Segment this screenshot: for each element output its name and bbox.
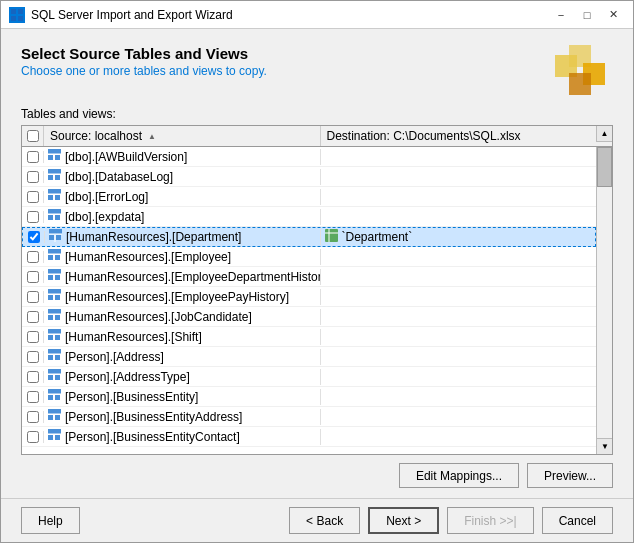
table-row[interactable]: [HumanResources].[EmployeeDepartmentHist… [22, 267, 596, 287]
main-window: SQL Server Import and Export Wizard − □ … [0, 0, 634, 543]
section-label: Tables and views: [21, 107, 613, 121]
vertical-scrollbar[interactable]: ▼ [596, 147, 612, 454]
row-source-cell: [HumanResources].[Department] [45, 229, 321, 245]
table-row[interactable]: [HumanResources].[Shift] [22, 327, 596, 347]
svg-rect-20 [55, 195, 60, 200]
svg-rect-7 [569, 73, 591, 95]
back-button[interactable]: < Back [289, 507, 360, 534]
svg-rect-53 [55, 315, 60, 320]
row-source-text: [HumanResources].[Employee] [65, 250, 231, 264]
table-icon [48, 249, 61, 265]
row-checkbox[interactable] [27, 191, 39, 203]
edit-mappings-button[interactable]: Edit Mappings... [399, 463, 519, 488]
row-source-text: [dbo].[AWBuildVersion] [65, 150, 187, 164]
svg-rect-77 [48, 415, 53, 420]
help-button[interactable]: Help [21, 507, 80, 534]
table-row[interactable]: [HumanResources].[Employee] [22, 247, 596, 267]
table-row[interactable]: [HumanResources].[Department] `Departmen… [22, 227, 596, 247]
row-check-cell [22, 171, 44, 183]
select-all-checkbox[interactable] [27, 130, 39, 142]
svg-rect-58 [55, 335, 60, 340]
cancel-button[interactable]: Cancel [542, 507, 613, 534]
svg-rect-28 [49, 229, 62, 234]
row-source-text: [HumanResources].[Department] [66, 230, 241, 244]
table-icon [48, 369, 61, 385]
maximize-button[interactable]: □ [575, 5, 599, 25]
row-source-cell: [Person].[Address] [44, 349, 321, 365]
table-row[interactable]: [dbo].[AWBuildVersion] [22, 147, 596, 167]
svg-rect-76 [48, 409, 61, 414]
table-header: Source: localhost ▲ Destination: C:\Docu… [22, 126, 612, 147]
row-checkbox[interactable] [28, 231, 40, 243]
row-checkbox[interactable] [27, 211, 39, 223]
svg-rect-57 [48, 335, 53, 340]
row-checkbox[interactable] [27, 271, 39, 283]
row-destination-cell: `Department` [321, 229, 596, 245]
row-source-cell: [HumanResources].[Employee] [44, 249, 321, 265]
svg-rect-0 [11, 9, 16, 14]
table-row[interactable]: [HumanResources].[EmployeePayHistory] [22, 287, 596, 307]
row-check-cell [22, 371, 44, 383]
svg-rect-37 [48, 255, 53, 260]
svg-rect-18 [48, 189, 61, 194]
row-check-cell [22, 191, 44, 203]
table-icon [48, 209, 61, 225]
window-title: SQL Server Import and Export Wizard [31, 8, 549, 22]
svg-rect-62 [48, 355, 53, 360]
svg-rect-52 [48, 315, 53, 320]
table-row[interactable]: [Person].[Address] [22, 347, 596, 367]
row-source-text: [HumanResources].[JobCandidate] [65, 310, 252, 324]
svg-rect-24 [48, 215, 53, 220]
row-checkbox[interactable] [27, 291, 39, 303]
svg-rect-83 [55, 435, 60, 440]
row-checkbox[interactable] [27, 431, 39, 443]
table-row[interactable]: [dbo].[DatabaseLog] [22, 167, 596, 187]
svg-rect-29 [49, 235, 54, 240]
svg-rect-10 [55, 155, 60, 160]
preview-button[interactable]: Preview... [527, 463, 613, 488]
row-checkbox[interactable] [27, 311, 39, 323]
row-check-cell [22, 351, 44, 363]
minimize-button[interactable]: − [549, 5, 573, 25]
row-check-cell [22, 291, 44, 303]
table-icon [48, 389, 61, 405]
row-checkbox[interactable] [27, 171, 39, 183]
table-row[interactable]: [Person].[AddressType] [22, 367, 596, 387]
row-checkbox[interactable] [27, 151, 39, 163]
table-row[interactable]: [dbo].[ErrorLog] [22, 187, 596, 207]
row-checkbox[interactable] [27, 391, 39, 403]
next-button[interactable]: Next > [368, 507, 439, 534]
svg-rect-14 [48, 175, 53, 180]
table-row[interactable]: [Person].[BusinessEntityContact] [22, 427, 596, 447]
close-button[interactable]: ✕ [601, 5, 625, 25]
row-checkbox[interactable] [27, 411, 39, 423]
table-row[interactable]: [Person].[BusinessEntityAddress] [22, 407, 596, 427]
row-checkbox[interactable] [27, 371, 39, 383]
row-check-cell [23, 231, 45, 243]
table-row[interactable]: [HumanResources].[JobCandidate] [22, 307, 596, 327]
row-source-text: [HumanResources].[EmployeePayHistory] [65, 290, 289, 304]
svg-rect-46 [48, 289, 61, 294]
svg-rect-30 [56, 235, 61, 240]
row-source-cell: [dbo].[expdata] [44, 209, 321, 225]
row-source-text: [Person].[BusinessEntityContact] [65, 430, 240, 444]
finish-button[interactable]: Finish >>| [447, 507, 533, 534]
row-source-cell: [HumanResources].[EmployeeDepartmentHist… [44, 269, 321, 285]
tables-and-views-table: Source: localhost ▲ Destination: C:\Docu… [21, 125, 613, 455]
row-checkbox[interactable] [27, 251, 39, 263]
table-icon [48, 169, 61, 185]
table-icon [48, 409, 61, 425]
table-row[interactable]: [Person].[BusinessEntity] [22, 387, 596, 407]
table-row[interactable]: [dbo].[expdata] [22, 207, 596, 227]
table-icon [48, 429, 61, 445]
row-source-text: [dbo].[expdata] [65, 210, 144, 224]
row-checkbox[interactable] [27, 351, 39, 363]
scrollbar-thumb[interactable] [597, 147, 612, 187]
app-icon [9, 7, 25, 23]
row-checkbox[interactable] [27, 331, 39, 343]
window-controls: − □ ✕ [549, 5, 625, 25]
scroll-down-arrow[interactable]: ▼ [597, 438, 612, 454]
svg-rect-78 [55, 415, 60, 420]
scroll-up-arrow[interactable]: ▲ [596, 126, 612, 142]
footer: Help < Back Next > Finish >>| Cancel [1, 498, 633, 542]
